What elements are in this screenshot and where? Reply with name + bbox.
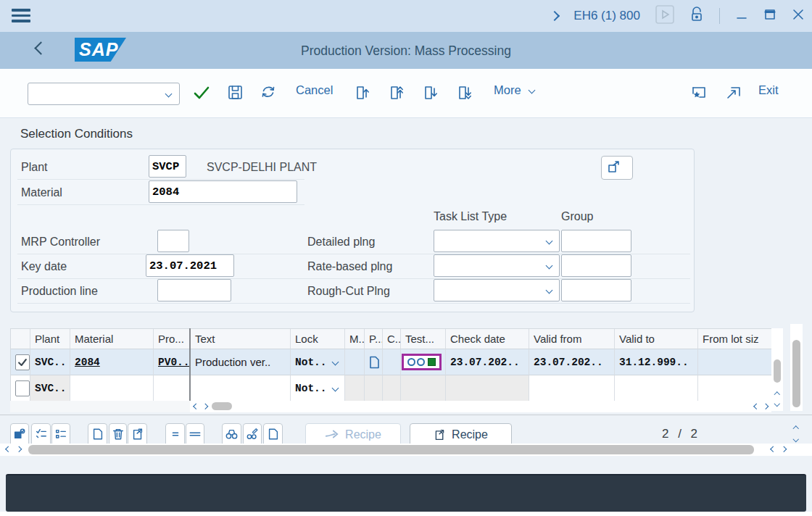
cell-c[interactable] [383,349,401,375]
confirm-check-icon[interactable] [193,86,210,103]
scroll-down-icon[interactable] [774,401,780,407]
refresh-icon[interactable] [260,85,276,103]
rough-cut-plng-task-list-type-select[interactable] [434,279,560,301]
cell-from-lot-size[interactable] [698,349,772,375]
unlock-icon[interactable] [689,6,704,26]
cell-valid-from[interactable]: 23.07.202.. [529,349,615,375]
scroll-left-icon[interactable] [6,446,12,452]
cell-text[interactable]: Production ver.. [191,349,291,375]
col-valid-from[interactable]: Valid from [529,329,615,349]
menu-icon[interactable] [12,9,30,23]
command-input[interactable] [31,84,161,105]
col-material[interactable]: Material [70,329,154,349]
dropdown-chevron-icon[interactable] [165,91,173,98]
cell-production-version[interactable] [154,375,191,401]
cell-p[interactable] [365,349,383,375]
page-up-icon[interactable] [355,85,370,104]
dropdown-chevron-icon [529,87,536,94]
arrow-right-icon [325,428,339,440]
cell-text[interactable] [191,375,291,401]
cell-plant[interactable]: SVC.. [30,375,70,401]
scroll-left-icon[interactable] [771,446,776,452]
row-select-cell[interactable] [11,349,30,375]
play-window-icon[interactable] [655,5,674,27]
table-vertical-scrollbar[interactable] [771,328,783,411]
cell-test [401,375,446,401]
cell-valid-from[interactable] [529,375,615,401]
col-pro[interactable]: Pro... [154,329,191,349]
group-header: Group [561,210,593,223]
back-icon[interactable] [36,43,46,56]
close-icon[interactable] [792,8,805,24]
scrollbar-thumb[interactable] [792,340,800,407]
scroll-right-icon[interactable] [202,404,208,409]
rough-cut-plng-group-input[interactable] [561,279,631,301]
multiple-selection-button[interactable] [601,156,633,180]
rate-based-plng-task-list-type-select[interactable] [434,254,560,277]
detailed-plng-task-list-type-select[interactable] [434,230,560,252]
cell-material[interactable] [70,375,154,401]
material-input[interactable] [149,180,297,203]
scroll-left-icon[interactable] [194,404,199,409]
col-check-date[interactable]: Check date [446,329,529,349]
scrollbar-thumb[interactable] [212,402,232,410]
scrollbar-thumb[interactable] [28,445,754,454]
table-horizontal-scrollbar[interactable] [190,401,771,412]
production-line-input[interactable] [157,279,231,301]
cell-valid-to[interactable]: 31.12.999.. [615,349,698,375]
cell-test-status[interactable] [401,349,446,375]
row-checkbox[interactable] [15,380,30,396]
more-button[interactable]: More [494,83,534,97]
scroll-right-icon[interactable] [762,404,768,409]
scroll-down-icon[interactable] [793,436,799,442]
col-text[interactable]: Text [191,329,291,349]
section-divider [0,415,812,415]
rate-based-plng-group-input[interactable] [561,254,631,277]
cell-plant[interactable]: SVC.. [30,349,70,375]
exit-button[interactable]: Exit [758,83,779,97]
window-favorite-icon[interactable] [691,85,707,104]
key-date-input[interactable] [146,254,234,277]
maximize-icon[interactable] [763,8,776,24]
scroll-up-icon[interactable] [774,392,780,398]
select-column-header[interactable] [11,329,30,349]
page-top-icon[interactable] [389,85,405,104]
pane-vertical-scrollbar[interactable] [790,324,803,411]
cell-m[interactable] [345,349,365,375]
col-test[interactable]: Test... [401,329,446,349]
scrollbar-thumb[interactable] [774,359,781,383]
col-m[interactable]: M.. [345,329,365,349]
col-valid-to[interactable]: Valid to [615,329,698,349]
scroll-right-icon[interactable] [16,446,22,452]
chevron-right-icon[interactable] [550,11,560,21]
row-checkbox[interactable] [15,354,30,370]
cell-material-link[interactable]: 2084 [70,349,154,375]
col-c[interactable]: C... [383,329,401,349]
detailed-plng-group-input[interactable] [561,230,631,252]
save-icon[interactable] [228,85,243,103]
window-shortcut-icon[interactable] [726,85,742,104]
mrp-controller-input[interactable] [157,230,189,252]
page-down-icon[interactable] [423,85,439,104]
cancel-button[interactable]: Cancel [296,83,333,97]
cell-lock-dropdown[interactable]: Not.. [291,349,345,375]
col-plant[interactable]: Plant [30,329,70,349]
material-label: Material [21,186,62,199]
window-horizontal-scrollbar[interactable] [0,444,812,456]
command-field[interactable] [28,83,180,105]
plant-input[interactable] [149,155,186,178]
scroll-right-icon[interactable] [781,446,787,452]
cell-valid-to[interactable] [615,375,698,401]
page-bottom-icon[interactable] [457,85,473,104]
scroll-up-icon[interactable] [793,426,799,432]
cell-from-lot-size[interactable] [698,375,772,401]
row-select-cell[interactable] [11,375,30,401]
col-lock[interactable]: Lock [291,329,345,349]
scroll-left-icon[interactable] [753,404,759,409]
cell-production-version-link[interactable]: PV0.. [154,349,191,375]
minimize-icon[interactable] [735,8,748,24]
cell-lock-dropdown[interactable]: Not.. [291,375,345,401]
col-p[interactable]: P... [365,329,383,349]
col-from-lot-size[interactable]: From lot siz [698,329,772,349]
cell-check-date[interactable]: 23.07.202.. [446,349,529,375]
